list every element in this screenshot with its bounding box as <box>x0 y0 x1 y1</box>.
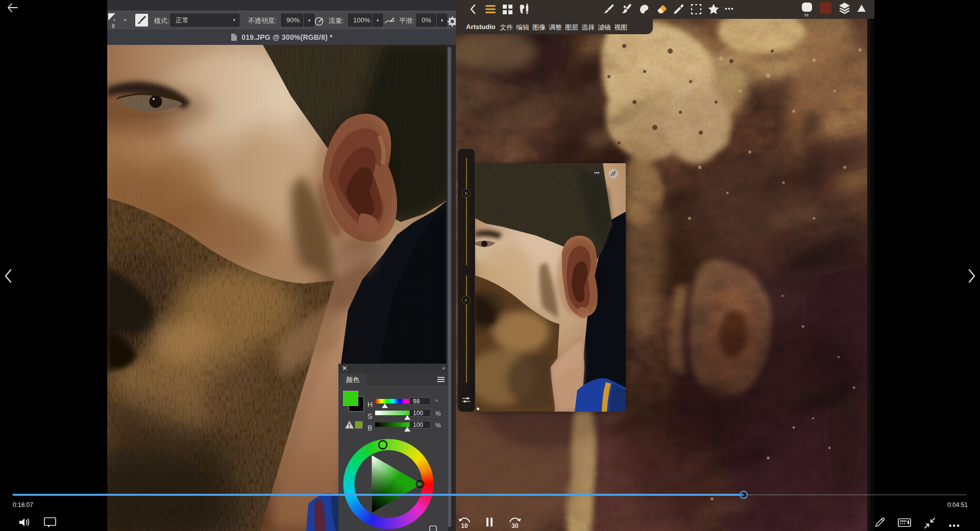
svg-text:30: 30 <box>511 522 519 529</box>
svg-text:10: 10 <box>461 522 468 529</box>
svg-text:8: 8 <box>112 23 115 29</box>
